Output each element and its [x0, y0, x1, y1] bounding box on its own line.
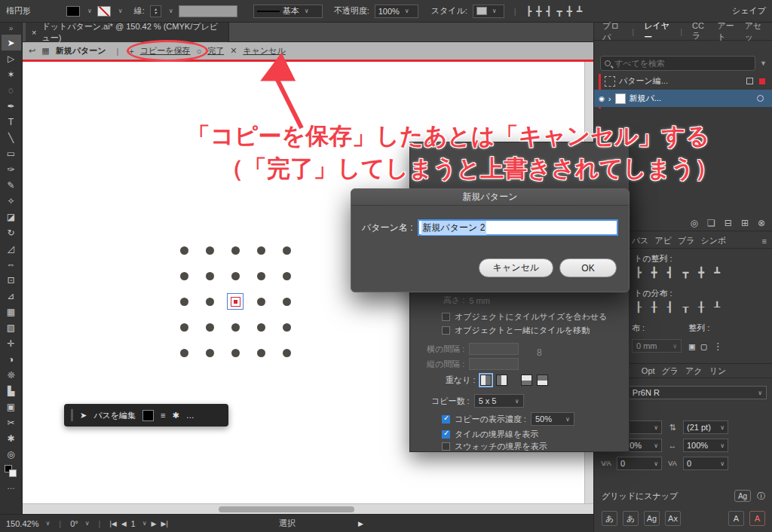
- panel-menu-icon[interactable]: ≡: [762, 237, 767, 246]
- overlap-left-front-icon[interactable]: [480, 375, 492, 386]
- tab-actions[interactable]: アク: [685, 365, 703, 377]
- tile-edge-checkbox[interactable]: [442, 430, 450, 439]
- locate-object-icon[interactable]: ◎: [691, 218, 698, 228]
- tab-appearance[interactable]: アピ: [654, 235, 672, 246]
- align-middle-icon[interactable]: ╋: [698, 267, 704, 278]
- done-button[interactable]: 完了: [207, 45, 224, 57]
- tab-layers[interactable]: レイヤー: [642, 20, 672, 43]
- align-left-icon[interactable]: ┣: [636, 267, 642, 278]
- last-artboard-icon[interactable]: ▶|: [161, 520, 168, 527]
- align-top-icon[interactable]: ┳: [556, 6, 562, 17]
- visibility-eye-icon[interactable]: ◉: [599, 95, 605, 102]
- cancel-button[interactable]: キャンセル: [243, 45, 285, 57]
- move-tile-checkbox[interactable]: [442, 326, 450, 335]
- search-field[interactable]: [600, 56, 755, 71]
- tab-artboards[interactable]: アート: [715, 20, 740, 43]
- overlap-top-front-icon[interactable]: [521, 375, 532, 386]
- align-to-artboard-icon[interactable]: ⋮: [713, 341, 723, 352]
- eyedropper-tool[interactable]: ✛: [2, 335, 21, 351]
- expand-chevron-icon[interactable]: ›: [608, 94, 611, 103]
- dist-center-h-icon[interactable]: ╂: [651, 301, 657, 313]
- dialog-cancel-button[interactable]: キャンセル: [479, 258, 553, 277]
- gesture-icon[interactable]: ✱: [172, 411, 179, 420]
- caret-icon[interactable]: ∨: [405, 8, 409, 14]
- tab-assets[interactable]: アセッ: [743, 20, 767, 43]
- caret-icon[interactable]: ∨: [85, 520, 90, 527]
- caret-icon[interactable]: ∨: [87, 8, 92, 14]
- dim-copies-checkbox[interactable]: [442, 415, 450, 423]
- caret-icon[interactable]: ∨: [758, 390, 762, 396]
- delete-layer-icon[interactable]: ⊗: [758, 218, 765, 228]
- align-center-h-icon[interactable]: ╋: [651, 267, 657, 278]
- new-layer-icon[interactable]: ⊞: [741, 218, 749, 228]
- align-middle-icon[interactable]: ╋: [567, 6, 572, 17]
- new-sublayer-icon[interactable]: ⊟: [725, 218, 732, 228]
- fill-stroke-indicator[interactable]: [5, 465, 18, 477]
- eraser-tool[interactable]: ◪: [2, 209, 21, 225]
- horizontal-scale-field[interactable]: 100%∨: [683, 439, 728, 452]
- dist-top-icon[interactable]: ┰: [682, 301, 688, 313]
- style-dropdown[interactable]: ∨: [473, 5, 504, 18]
- caret-icon[interactable]: ∨: [654, 442, 658, 449]
- first-artboard-icon[interactable]: |◀: [109, 520, 116, 527]
- back-arrow-icon[interactable]: ↩: [29, 46, 35, 56]
- tab-cc-libraries[interactable]: CC ラ: [690, 21, 712, 41]
- pen-tool[interactable]: ✒: [2, 98, 21, 114]
- zoom-tool[interactable]: ◎: [2, 446, 21, 462]
- artboard-tool[interactable]: ▣: [2, 399, 21, 414]
- brush-definition-dropdown[interactable]: 基本 ∨: [253, 5, 323, 18]
- stepper-down-icon[interactable]: ▾: [155, 11, 157, 15]
- fill-color-swatch[interactable]: [66, 6, 80, 17]
- caret-icon[interactable]: ∨: [45, 520, 50, 527]
- zoom-level[interactable]: 150.42%: [6, 519, 38, 528]
- tab-links[interactable]: リン: [709, 365, 727, 377]
- width-tool[interactable]: ⇔: [2, 256, 21, 272]
- tab-symbols[interactable]: シンボ: [700, 235, 726, 246]
- next-artboard-icon[interactable]: ▶: [152, 520, 157, 527]
- align-right-icon[interactable]: ┫: [667, 267, 673, 278]
- edit-path-bar[interactable]: ➤ パスを編集 ≡ ✱ …: [64, 404, 228, 427]
- hand-tool[interactable]: ✱: [2, 430, 21, 446]
- mesh-tool[interactable]: ▦: [2, 304, 21, 320]
- target-circle-icon[interactable]: [757, 95, 764, 102]
- tracking-field[interactable]: 0∨: [683, 457, 728, 470]
- link-gaps-icon[interactable]: 8: [537, 347, 542, 358]
- target-square-icon[interactable]: [746, 78, 753, 84]
- caret-icon[interactable]: ∨: [492, 8, 497, 14]
- edit-path-label[interactable]: パスを編集: [93, 410, 136, 421]
- align-center-h-icon[interactable]: ╋: [536, 6, 541, 17]
- paintbrush-tool[interactable]: ✑: [2, 161, 21, 177]
- magic-wand-tool[interactable]: ✶: [2, 66, 21, 82]
- gradient-tool[interactable]: ▧: [2, 320, 21, 335]
- opacity-dropdown[interactable]: 100% ∨: [375, 5, 418, 18]
- overlap-right-front-icon[interactable]: [496, 375, 507, 386]
- caret-icon[interactable]: ∨: [515, 398, 519, 405]
- fit-tile-checkbox[interactable]: [442, 313, 450, 321]
- touch-type-icon[interactable]: A: [728, 511, 744, 526]
- selected-object[interactable]: [227, 293, 244, 310]
- clipping-mask-icon[interactable]: ❏: [707, 218, 715, 228]
- layer-row-pattern-edit[interactable]: パターン編...: [594, 72, 772, 90]
- caret-icon[interactable]: ∨: [118, 8, 123, 14]
- align-top-icon[interactable]: ┳: [682, 267, 688, 278]
- tab-glyphs[interactable]: グラ: [662, 365, 679, 377]
- drag-handle[interactable]: [71, 409, 73, 421]
- scroll-thumb[interactable]: [219, 506, 354, 512]
- caret-icon[interactable]: ∨: [720, 442, 725, 449]
- tab-opentype[interactable]: Opt: [642, 366, 655, 375]
- glyph-snap-icon[interactable]: Ag: [644, 511, 660, 526]
- graph-tool[interactable]: ▙: [2, 383, 21, 399]
- dim-copies-dropdown[interactable]: 50% ∨: [531, 412, 574, 426]
- caret-icon[interactable]: ∨: [654, 460, 658, 467]
- filter-funnel-icon[interactable]: ▼: [760, 60, 767, 67]
- save-copy-icon[interactable]: +: [129, 47, 133, 56]
- save-copy-button[interactable]: コピーを保存: [140, 45, 191, 57]
- align-to-key-object-icon[interactable]: ▢: [701, 341, 707, 352]
- stroke-color-swatch[interactable]: [97, 6, 111, 17]
- cancel-icon[interactable]: ✕: [230, 46, 237, 56]
- leading-field[interactable]: (21 pt)∨: [683, 420, 728, 434]
- prev-artboard-icon[interactable]: ◀: [121, 520, 127, 527]
- align-bottom-icon[interactable]: ┻: [577, 6, 582, 17]
- symbol-sprayer-tool[interactable]: ❊: [2, 367, 21, 383]
- scale-tool[interactable]: ◿: [2, 240, 21, 256]
